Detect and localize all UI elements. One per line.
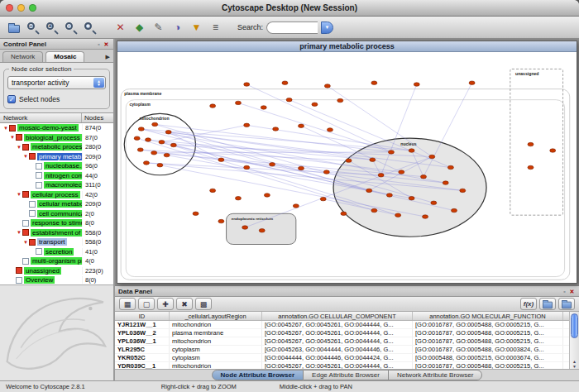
network-node[interactable] (264, 194, 270, 197)
network-node[interactable] (164, 153, 170, 156)
tab-mosaic[interactable]: Mosaic (45, 51, 84, 62)
network-node[interactable] (371, 81, 377, 84)
layout-icon[interactable]: ≡ (207, 19, 224, 36)
network-node[interactable] (151, 151, 157, 155)
network-node[interactable] (443, 181, 448, 184)
tree-item-metabolic-process[interactable]: ▼metabolic process280(0 (0, 142, 113, 152)
network-node[interactable] (312, 103, 318, 106)
tab-network-attribute-browser[interactable]: Network Attribute Browser (389, 370, 482, 380)
network-node[interactable] (346, 159, 352, 162)
network-node[interactable] (244, 123, 250, 127)
scrollbar-arrows-icon[interactable]: ▲▼ (570, 359, 579, 369)
network-node[interactable] (157, 163, 163, 166)
network-node[interactable] (414, 83, 419, 86)
tree-column-nodes[interactable]: Nodes (82, 113, 113, 122)
network-node[interactable] (270, 163, 275, 166)
node-color-dropdown[interactable]: transporter activity ▲▼ (7, 76, 106, 89)
network-node[interactable] (399, 170, 404, 174)
tree-item-cellular-metabo[interactable]: cellular metabo...209(0 (0, 199, 113, 209)
network-node[interactable] (447, 165, 453, 169)
network-node[interactable] (146, 138, 151, 141)
network-node[interactable] (324, 84, 330, 88)
network-node[interactable] (273, 127, 279, 131)
tab-scroll-right-icon[interactable]: ▶ (103, 54, 113, 62)
network-node[interactable] (528, 142, 534, 146)
zoom-fit-icon[interactable]: □ (81, 19, 98, 36)
column-header-cellularlayoutregion[interactable]: _cellularLayoutRegion (170, 312, 262, 320)
network-node[interactable] (138, 127, 144, 131)
tree-item-nucleobase[interactable]: nucleobase...96(0 (0, 161, 113, 171)
network-node[interactable] (210, 104, 216, 108)
network-node[interactable] (282, 81, 288, 84)
table-row[interactable]: YKR052Ccytoplasm[GO:0044444, GO:0044446,… (115, 354, 569, 362)
zoom-window-button[interactable] (29, 4, 36, 12)
network-node[interactable] (469, 81, 475, 84)
tree-item-cellular-process[interactable]: ▼cellular process42(0 (0, 190, 113, 200)
network-node[interactable] (423, 215, 428, 218)
network-node[interactable] (528, 165, 534, 169)
clear-attribute-icon[interactable]: ▩ (195, 298, 212, 310)
network-node[interactable] (299, 124, 304, 127)
tree-column-network[interactable]: Network (0, 113, 82, 122)
network-node[interactable] (371, 208, 377, 212)
panel-close-icon[interactable]: ✕ (568, 288, 576, 295)
unselect-attributes-icon[interactable]: ▢ (138, 298, 155, 310)
tree-item-biological-process[interactable]: ▼biological_process87(0 (0, 133, 113, 143)
network-node[interactable] (210, 189, 216, 192)
tab-network[interactable]: Network (2, 51, 43, 62)
network-node[interactable] (244, 83, 250, 86)
control-panel-header[interactable]: Control Panel ▫ ✕ (0, 39, 113, 50)
network-node[interactable] (244, 165, 250, 169)
open-session-icon[interactable] (5, 19, 22, 36)
select-attributes-icon[interactable]: ▦ (119, 298, 136, 310)
network-node[interactable] (159, 141, 165, 144)
panel-float-icon[interactable]: ▫ (95, 41, 103, 48)
network-node[interactable] (193, 212, 199, 215)
network-node[interactable] (388, 151, 394, 154)
tab-edge-attribute-browser[interactable]: Edge Attribute Browser (304, 370, 389, 380)
vizmapper-icon[interactable]: ◑ (169, 19, 186, 36)
tree-item-cell-communica[interactable]: cell communica...2(0 (0, 209, 113, 219)
network-node[interactable] (366, 189, 372, 192)
tree-item-establishment-of-lo[interactable]: ▼establishment of lo...558(0 (0, 228, 113, 238)
panel-close-icon[interactable]: ✕ (103, 41, 110, 48)
network-node[interactable] (134, 136, 140, 140)
network-node[interactable] (378, 174, 384, 177)
zoom-in-icon[interactable]: + (43, 19, 60, 36)
network-node[interactable] (235, 101, 241, 104)
search-dropdown-icon[interactable]: ▼ (321, 22, 333, 34)
network-node[interactable] (242, 226, 248, 229)
network-canvas[interactable]: plasma membranecytoplasmmitochondrionnuc… (117, 52, 577, 283)
tree-item-secretion[interactable]: secretion41(0 (0, 247, 113, 257)
network-node[interactable] (386, 194, 392, 197)
network-node[interactable] (452, 208, 457, 212)
table-vertical-scrollbar[interactable]: ▲▼ (569, 312, 579, 369)
column-header-id[interactable]: ID (115, 312, 170, 320)
tree-item-overview[interactable]: Overview8(0) (0, 275, 113, 285)
network-node[interactable] (170, 143, 176, 146)
network-node[interactable] (429, 155, 435, 158)
tree-item-primary-metab[interactable]: ▼primary metab...209(0 (0, 152, 113, 162)
table-row[interactable]: YJR121W__1mitochondrion[GO:0045267, GO:0… (115, 321, 569, 329)
destroy-network-icon[interactable]: ✕ (112, 19, 129, 36)
network-node[interactable] (293, 204, 299, 208)
network-node[interactable] (323, 170, 329, 174)
column-header-annotation-go-molecular-function[interactable]: annotation.GO MOLECULAR_FUNCTION (413, 312, 563, 320)
expander-icon[interactable]: ▼ (22, 240, 29, 245)
network-node[interactable] (218, 219, 224, 222)
table-row[interactable]: YLR295Ccytoplasm[GO:0045263, GO:0044444,… (115, 346, 569, 354)
network-node[interactable] (370, 158, 376, 161)
network-node[interactable] (337, 98, 343, 102)
network-node[interactable] (550, 149, 556, 152)
expander-icon[interactable]: ▼ (2, 126, 9, 131)
tree-item-mosaic-demo-yeast[interactable]: ▼mosaic-demo-yeast874(0 (0, 123, 113, 133)
network-node[interactable] (235, 196, 241, 199)
search-input[interactable] (266, 22, 318, 34)
network-node[interactable] (431, 201, 437, 204)
network-node[interactable] (143, 161, 149, 165)
expander-icon[interactable]: ▼ (16, 230, 22, 235)
table-row[interactable]: YPL036W__2plasma membrane[GO:0045267, GO… (115, 329, 569, 337)
network-node[interactable] (327, 128, 333, 131)
network-node[interactable] (299, 166, 304, 170)
export-attributes-icon[interactable] (558, 298, 575, 310)
